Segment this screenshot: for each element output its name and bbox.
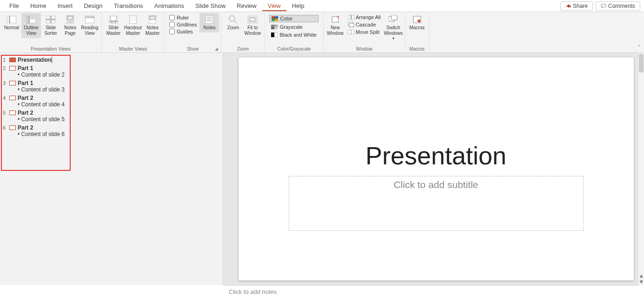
move-split-icon — [348, 30, 354, 34]
outline-slide[interactable]: 2Part 1• Content of slide 2 — [0, 64, 223, 79]
comment-icon — [601, 3, 606, 9]
outline-bullet[interactable]: • Content of slide 6 — [3, 131, 220, 137]
tab-view[interactable]: View — [262, 0, 286, 11]
group-presentation-views-label: Presentation Views — [2, 46, 100, 52]
tab-animations[interactable]: Animations — [149, 0, 190, 11]
outline-slide-title[interactable]: Part 2 — [18, 124, 33, 131]
svg-rect-8 — [51, 16, 55, 19]
slide-subtitle-placeholder[interactable]: Click to add subtitle — [289, 176, 584, 231]
switch-windows-button[interactable]: Switch Windows ▾ — [384, 13, 403, 43]
handout-master-button[interactable]: Handout Master — [123, 13, 143, 38]
outline-slide[interactable]: 3Part 1• Content of slide 3 — [0, 79, 223, 94]
slide-title[interactable]: Presentation — [239, 141, 634, 170]
svg-rect-45 — [274, 32, 278, 37]
bw-swatch-icon — [271, 32, 278, 37]
fit-window-button[interactable]: Fit to Window — [243, 13, 262, 38]
tab-design[interactable]: Design — [78, 0, 108, 11]
ruler-checkbox[interactable]: Ruler — [169, 15, 197, 20]
notes-page-button[interactable]: Notes Page — [60, 13, 80, 38]
zoom-button[interactable]: Zoom — [223, 13, 243, 32]
share-button[interactable]: Share — [560, 1, 593, 11]
outline-slide-title[interactable]: Part 1 — [18, 80, 33, 86]
prev-slide-button[interactable]: ⯅ — [639, 274, 644, 279]
cascade-button[interactable]: Cascade — [347, 21, 382, 28]
vertical-scrollbar[interactable]: ⯅ ⯆ — [638, 53, 644, 285]
tab-home[interactable]: Home — [25, 0, 52, 11]
ruler-label: Ruler — [177, 15, 189, 20]
normal-view-icon — [7, 15, 16, 24]
tab-review[interactable]: Review — [231, 0, 262, 11]
reading-view-button[interactable]: Reading View — [80, 13, 100, 38]
guides-checkbox[interactable]: Guides — [169, 29, 197, 34]
arrange-all-button[interactable]: Arrange All — [347, 14, 382, 20]
grayscale-mode-label: Grayscale — [279, 24, 303, 30]
svg-rect-4 — [29, 16, 36, 23]
outline-slide-number: 3 — [3, 80, 7, 86]
outline-slide-title[interactable]: Part 2 — [18, 110, 33, 116]
grayscale-mode-button[interactable]: Grayscale — [269, 24, 318, 30]
macros-button[interactable]: Macros — [407, 13, 427, 32]
svg-rect-40 — [271, 25, 274, 27]
ribbon-tabs: File Home Insert Design Transitions Anim… — [0, 0, 644, 12]
svg-rect-0 — [601, 4, 606, 7]
group-window: + New Window Arrange All Cascade Move Sp… — [324, 12, 405, 52]
group-window-label: Window — [325, 46, 403, 52]
outline-slide-title[interactable]: Part 1 — [18, 65, 33, 72]
group-presentation-views: Normal Outline View Slide Sorter Notes P… — [0, 12, 102, 52]
outline-slide[interactable]: 4Part 2• Content of slide 4 — [0, 94, 223, 109]
slide-thumbnail-icon — [9, 110, 16, 115]
collapse-ribbon-button[interactable]: ⌃ — [637, 44, 641, 50]
normal-view-label: Normal — [4, 25, 19, 31]
slide-master-icon — [109, 15, 118, 24]
comments-button[interactable]: Comments — [596, 1, 640, 11]
outline-slide[interactable]: 5Part 2• Content of slide 5 — [0, 109, 223, 124]
gridlines-checkbox[interactable]: Gridlines — [169, 22, 197, 27]
tab-insert[interactable]: Insert — [52, 0, 79, 11]
outline-bullet[interactable]: • Content of slide 4 — [3, 101, 220, 108]
svg-rect-44 — [271, 32, 274, 37]
slide-thumbnail-icon — [9, 96, 16, 100]
next-slide-button[interactable]: ⯆ — [639, 280, 644, 284]
svg-line-33 — [234, 21, 237, 23]
slide[interactable]: Presentation Click to add subtitle — [239, 58, 634, 280]
arrange-all-label: Arrange All — [356, 14, 381, 20]
tab-transitions[interactable]: Transitions — [108, 0, 149, 11]
outline-slide-number: 1 — [3, 57, 7, 63]
notes-toggle-button[interactable]: Notes — [199, 13, 219, 32]
notes-master-button[interactable]: Notes Master — [143, 13, 162, 38]
svg-rect-39 — [275, 19, 278, 21]
scrollbar-thumb[interactable] — [639, 54, 644, 72]
outline-slide[interactable]: 6Part 2• Content of slide 6 — [0, 124, 223, 138]
bw-mode-button[interactable]: Black and White — [269, 32, 318, 38]
svg-rect-16 — [85, 16, 94, 18]
outline-slide-title[interactable]: Presentation — [18, 57, 52, 63]
outline-bullet[interactable]: • Content of slide 3 — [3, 86, 220, 93]
move-split-button[interactable]: Move Split — [347, 29, 382, 35]
outline-slide-number: 5 — [3, 110, 7, 116]
new-window-button[interactable]: + New Window — [325, 13, 345, 38]
slide-sorter-button[interactable]: Slide Sorter — [41, 13, 60, 38]
handout-master-label: Handout Master — [124, 25, 142, 36]
move-split-label: Move Split — [356, 29, 379, 35]
svg-text:+: + — [337, 15, 339, 20]
outline-panel: 1Presentation2Part 1• Content of slide 2… — [0, 53, 223, 285]
tab-file[interactable]: File — [4, 0, 25, 11]
normal-view-button[interactable]: Normal — [2, 13, 21, 32]
slide-thumbnail-icon — [9, 125, 16, 130]
outline-bullet[interactable]: • Content of slide 2 — [3, 72, 220, 78]
slide-master-button[interactable]: Slide Master — [104, 13, 123, 38]
tab-slideshow[interactable]: Slide Show — [190, 0, 231, 11]
outline-slide[interactable]: 1Presentation — [0, 56, 223, 64]
outline-bullet[interactable]: • Content of slide 5 — [3, 116, 220, 123]
svg-rect-23 — [133, 16, 136, 18]
outline-view-button[interactable]: Outline View — [21, 13, 41, 38]
tab-help[interactable]: Help — [286, 0, 310, 11]
slide-sorter-label: Slide Sorter — [42, 25, 60, 36]
show-launcher-icon[interactable]: ◢ — [215, 46, 218, 51]
outline-slide-number: 6 — [3, 125, 7, 130]
outline-slide-title[interactable]: Part 2 — [18, 95, 33, 101]
color-mode-button[interactable]: Color — [269, 15, 318, 22]
share-icon — [565, 3, 571, 9]
notes-pane[interactable]: Click to add notes — [223, 285, 638, 299]
zoom-icon — [228, 15, 238, 24]
